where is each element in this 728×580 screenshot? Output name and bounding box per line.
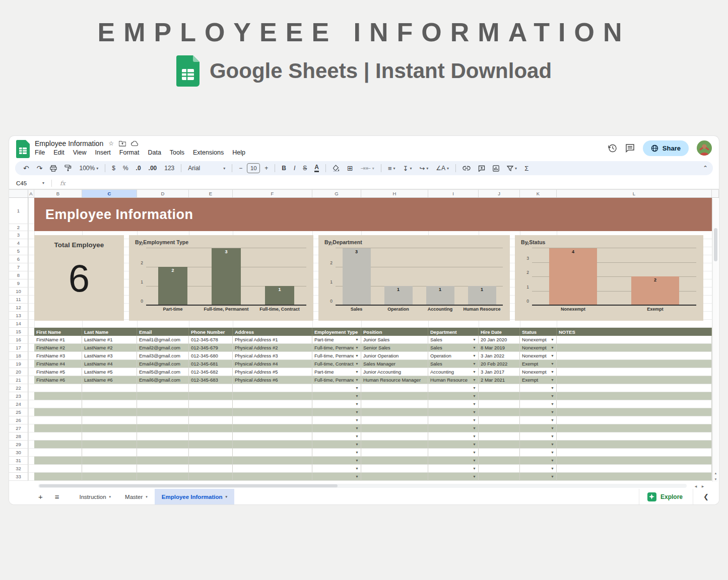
dropdown-arrow-icon[interactable]: ▼ <box>354 467 359 470</box>
create-filter-button[interactable]: ▾ <box>504 162 520 174</box>
empty-cell-position[interactable] <box>361 392 428 400</box>
increase-font-size-button[interactable]: + <box>261 162 271 174</box>
dropdown-arrow-icon[interactable]: ▼ <box>471 346 476 349</box>
decrease-decimal-button[interactable]: .0 <box>133 162 144 174</box>
empty-cell-department[interactable]: ▼ <box>428 408 479 416</box>
empty-cell-hire-date[interactable] <box>479 465 520 473</box>
cell-phone-number[interactable]: 012-345-682 <box>189 368 233 376</box>
vertical-align-button[interactable]: ↧ ▾ <box>400 162 415 174</box>
cell-employement-type[interactable]: Full-time, Permanent▼ <box>312 352 361 360</box>
row-header-33[interactable]: 33 <box>9 473 28 481</box>
dropdown-arrow-icon[interactable]: ▼ <box>549 370 554 374</box>
empty-cell-notes[interactable] <box>557 432 712 441</box>
scroll-down-button[interactable]: ▼ <box>713 476 718 482</box>
text-rotation-button[interactable]: ∠A ▾ <box>433 162 452 174</box>
empty-cell-first-name[interactable] <box>34 449 82 457</box>
vertical-scrollbar-thumb[interactable] <box>714 228 717 261</box>
empty-cell-position[interactable] <box>361 424 428 432</box>
empty-cell-email[interactable] <box>137 400 189 408</box>
empty-cell-first-name[interactable] <box>34 416 82 424</box>
all-sheets-button[interactable]: ≡ <box>49 492 65 501</box>
empty-cell-position[interactable] <box>361 408 428 416</box>
column-header-J[interactable]: J <box>479 190 520 197</box>
column-header-A[interactable]: A <box>28 190 34 197</box>
empty-cell-address[interactable] <box>233 465 312 473</box>
row-header-9[interactable]: 9 <box>9 279 28 287</box>
insert-link-button[interactable] <box>459 162 474 174</box>
empty-cell-position[interactable] <box>361 465 428 473</box>
row-header-11[interactable]: 11 <box>9 296 28 304</box>
share-button[interactable]: Share <box>643 140 689 156</box>
italic-button[interactable]: I <box>291 162 298 174</box>
dropdown-arrow-icon[interactable]: ▼ <box>471 410 476 414</box>
empty-cell-notes[interactable] <box>557 416 712 424</box>
cell-employement-type[interactable]: Part-time▼ <box>312 336 361 344</box>
header-notes[interactable]: NOTES <box>557 328 712 336</box>
dropdown-arrow-icon[interactable]: ▼ <box>549 362 554 366</box>
empty-cell-notes[interactable] <box>557 408 712 416</box>
cell-address[interactable]: Physical Address #6 <box>233 376 312 384</box>
cell-status[interactable]: Exempt▼ <box>520 376 557 384</box>
empty-cell-notes[interactable] <box>557 449 712 457</box>
row-header-10[interactable]: 10 <box>9 287 28 296</box>
insert-comment-button[interactable] <box>475 162 488 174</box>
version-history-icon[interactable] <box>608 143 617 153</box>
cell-employement-type[interactable]: Part-time▼ <box>312 368 361 376</box>
horizontal-scrollbar[interactable]: ◀ ▶ <box>9 483 719 489</box>
empty-cell-notes[interactable] <box>557 392 712 400</box>
dropdown-arrow-icon[interactable]: ▼ <box>354 370 359 374</box>
dropdown-arrow-icon[interactable]: ▼ <box>549 410 554 414</box>
empty-cell-hire-date[interactable] <box>479 408 520 416</box>
cell-address[interactable]: Physical Address #2 <box>233 344 312 352</box>
menu-insert[interactable]: Insert <box>95 149 111 156</box>
dropdown-arrow-icon[interactable]: ▼ <box>354 475 359 478</box>
cell-address[interactable]: Physical Address #4 <box>233 360 312 368</box>
empty-cell-first-name[interactable] <box>34 424 82 432</box>
empty-cell-hire-date[interactable] <box>479 416 520 424</box>
dropdown-arrow-icon[interactable]: ▼ <box>549 346 554 349</box>
row-header-2[interactable]: 2 <box>9 224 28 231</box>
empty-cell-position[interactable] <box>361 473 428 481</box>
font-size-input[interactable]: 10 <box>247 163 260 173</box>
empty-cell-first-name[interactable] <box>34 384 82 392</box>
empty-cell-status[interactable]: ▼ <box>520 408 557 416</box>
empty-cell-notes[interactable] <box>557 424 712 432</box>
column-header-K[interactable]: K <box>520 190 557 197</box>
dropdown-arrow-icon[interactable]: ▼ <box>549 386 554 390</box>
dropdown-arrow-icon[interactable]: ▼ <box>354 459 359 462</box>
row-header-14[interactable]: 14 <box>9 320 28 328</box>
row-header-4[interactable]: 4 <box>9 239 28 247</box>
insert-chart-button[interactable] <box>490 162 502 174</box>
dropdown-arrow-icon[interactable]: ▼ <box>354 418 359 422</box>
empty-cell-address[interactable] <box>233 441 312 449</box>
cell-email[interactable]: Email2@gmail.com <box>137 344 189 352</box>
cell-address[interactable]: Physical Address #3 <box>233 352 312 360</box>
cell-hire-date[interactable]: 8 Mar 2019 <box>479 344 520 352</box>
cell-position[interactable]: Sales Manager <box>361 360 428 368</box>
dropdown-arrow-icon[interactable]: ▼ <box>471 386 476 390</box>
empty-cell-last-name[interactable] <box>82 416 137 424</box>
empty-cell-employement-type[interactable]: ▼ <box>312 384 361 392</box>
empty-cell-notes[interactable] <box>557 384 712 392</box>
row-header-19[interactable]: 19 <box>9 360 28 368</box>
dropdown-arrow-icon[interactable]: ▼ <box>354 354 359 357</box>
vertical-scrollbar[interactable]: ▲ ▼ <box>712 199 718 482</box>
header-department[interactable]: Department <box>428 328 479 336</box>
empty-cell-email[interactable] <box>137 449 189 457</box>
format-currency-button[interactable]: $ <box>109 162 118 174</box>
cell-hire-date[interactable]: 20 Jan 2020 <box>479 336 520 344</box>
scroll-up-button[interactable]: ▲ <box>713 470 718 476</box>
header-phone-number[interactable]: Phone Number <box>189 328 233 336</box>
row-header-3[interactable]: 3 <box>9 231 28 239</box>
hide-toolbar-button[interactable]: ⌃ <box>703 165 708 172</box>
empty-cell-department[interactable]: ▼ <box>428 441 479 449</box>
row-header-8[interactable]: 8 <box>9 271 28 279</box>
row-header-24[interactable]: 24 <box>9 400 28 408</box>
empty-cell-department[interactable]: ▼ <box>428 384 479 392</box>
row-header-21[interactable]: 21 <box>9 376 28 384</box>
chart-by-status[interactable]: By Status4321042NonexemptExempt <box>515 235 703 321</box>
empty-cell-phone-number[interactable] <box>189 424 233 432</box>
dropdown-arrow-icon[interactable]: ▼ <box>549 354 554 357</box>
cell-employement-type[interactable]: Full-time, Permanent▼ <box>312 344 361 352</box>
dropdown-arrow-icon[interactable]: ▼ <box>549 418 554 422</box>
